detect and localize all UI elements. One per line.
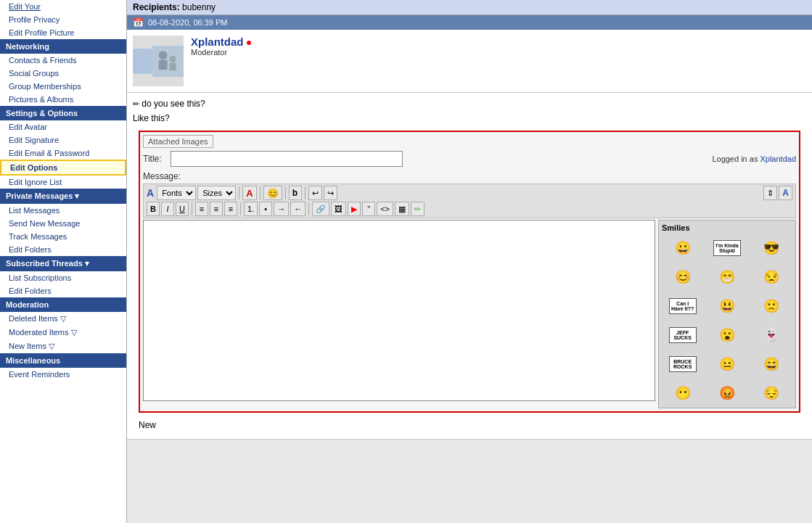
sidebar-header-miscellaneous: Miscellaneous [0,353,126,368]
toolbar-sep-4 [305,186,305,199]
italic-format-button[interactable]: I [161,202,174,216]
smiley-sign-stupid[interactable]: I'm Kinda Stupid [706,235,747,261]
link-button[interactable]: 🔗 [312,202,329,216]
edit-pencil-icon: ✏ [133,99,139,108]
smiley-sad2[interactable]: 😔 [751,380,792,406]
sidebar-item-pictures-albums[interactable]: Pictures & Albums [0,93,126,106]
smiley-surprised[interactable]: 😮 [706,322,747,348]
smiley-angry[interactable]: 😡 [706,380,747,406]
smiley-sad[interactable]: 🙁 [751,293,792,319]
sidebar-item-edit-profile-picture[interactable]: Edit Profile Picture [0,26,126,39]
sidebar-item-edit-signature[interactable]: Edit Signature [0,133,126,147]
message-textarea[interactable] [143,220,655,401]
logged-in-label: Logged in as Xplantdad [712,155,796,163]
logged-in-user-link[interactable]: Xplantdad [760,155,796,163]
toolbar-sep-1 [239,186,239,199]
user-avatar [133,36,184,86]
smilies-panel: Smilies 😀 I'm Kinda Stupid 😎 😊 😁 😒 Can I… [658,220,796,408]
recipients-label: Recipients: [133,2,180,12]
sidebar-item-edit-folders-pm[interactable]: Edit Folders [0,243,126,256]
smiley-speechless[interactable]: 😶 [662,380,703,406]
svg-rect-4 [169,62,176,70]
toolbar-sep-5 [192,202,192,215]
sidebar-header-private-messages: Private Messages ▾ [0,189,126,204]
unordered-list-button[interactable]: • [259,202,272,216]
online-indicator: ● [246,36,252,48]
sidebar-item-contacts-friends[interactable]: Contacts & Friends [0,54,126,67]
smiley-neutral[interactable]: 😐 [706,351,747,377]
attached-images-label: Attached Images [143,135,213,148]
code-button[interactable]: <> [377,202,393,216]
username-link[interactable]: Xplantdad [191,36,244,48]
editor-body-row: Smilies 😀 I'm Kinda Stupid 😎 😊 😁 😒 Can I… [143,220,796,408]
indent-button[interactable]: → [274,202,289,216]
sidebar-item-event-reminders[interactable]: Event Reminders [0,368,126,381]
smiley-laugh[interactable]: 😄 [751,351,792,377]
sidebar-item-edit-options[interactable]: Edit Options [0,160,126,176]
sidebar-item-edit-avatar[interactable]: Edit Avatar [0,120,126,133]
svg-rect-0 [152,45,184,76]
smiley-meh[interactable]: 😒 [751,264,792,290]
sidebar-item-list-subscriptions[interactable]: List Subscriptions [0,271,126,284]
sidebar-item-edit-folders-st[interactable]: Edit Folders [0,284,126,297]
sidebar-item-social-groups[interactable]: Social Groups [0,67,126,80]
toolbar-sep-6 [240,202,241,215]
sidebar-item-send-new-message[interactable]: Send New Message [0,217,126,230]
bold-format-button[interactable]: B [147,202,160,216]
smiley-smile[interactable]: 😊 [662,264,703,290]
underline-format-button[interactable]: U [176,202,189,216]
align-right-button[interactable]: ≡ [224,202,237,216]
resize-button[interactable]: ⇕ [763,186,777,200]
smiley-ghost[interactable]: 👻 [751,322,792,348]
sidebar-item-deleted-items[interactable]: Deleted Items ▽ [0,312,126,326]
outdent-button[interactable]: ← [290,202,305,216]
ordered-list-button[interactable]: 1. [244,202,258,216]
sidebar-item-new-items[interactable]: New Items ▽ [0,339,126,353]
sidebar-item-edit-ignore-list[interactable]: Edit Ignore List [0,176,126,189]
sidebar-item-group-memberships[interactable]: Group Memberships [0,80,126,93]
smiley-cool[interactable]: 😎 [751,235,792,261]
eraser-button[interactable]: ✏ [411,202,425,216]
post-body: ✏ do you see this? Like this? Attached I… [127,93,812,440]
align-left-button[interactable]: ≡ [195,202,208,216]
user-role: Moderator [191,48,252,57]
sidebar-header-settings-options: Settings & Options [0,106,126,120]
quote-button[interactable]: " [362,202,375,216]
date-bar: 📅 08-08-2020, 06:39 PM [127,15,812,30]
sidebar-header-networking: Networking [0,39,126,54]
table-button[interactable]: ▦ [395,202,409,216]
font-select[interactable]: Fonts [157,186,196,200]
wysiwyg-button[interactable]: A [779,186,792,200]
align-center-button[interactable]: ≡ [210,202,223,216]
title-input[interactable] [171,151,403,167]
sidebar: Edit Your Profile Privacy Edit Profile P… [0,0,127,523]
svg-point-1 [158,51,167,59]
image-button[interactable]: 🖼 [331,202,346,216]
bold-button[interactable]: b [289,186,302,200]
video-button[interactable]: ▶ [348,202,361,216]
undo-button[interactable]: ↩ [308,186,322,200]
smiley-sign-can-i-have[interactable]: Can I Have It?? [662,293,703,319]
sidebar-item-edit-your-details[interactable]: Edit Your [0,0,126,13]
sizes-select[interactable]: Sizes [197,186,236,200]
sidebar-item-list-messages[interactable]: List Messages [0,204,126,217]
svg-point-3 [169,55,176,62]
main-content: Recipients: bubenny 📅 08-08-2020, 06:39 … [127,0,812,523]
post-header: Xplantdad ● Moderator [127,30,812,93]
font-color-button[interactable]: A [242,186,256,200]
toolbar-sep-3 [285,186,286,199]
sidebar-item-profile-privacy[interactable]: Profile Privacy [0,13,126,26]
editor-wrapper: Attached Images Title: Logged in as Xpla… [139,131,800,413]
smiley-button[interactable]: 😊 [263,186,282,200]
redo-button[interactable]: ↪ [324,186,337,200]
sidebar-item-track-messages[interactable]: Track Messages [0,230,126,243]
sidebar-item-edit-email-password[interactable]: Edit Email & Password [0,147,126,160]
smiley-sign-bruce-rocks[interactable]: BRUCE ROCKS [662,351,703,377]
smiley-sign-jeff-sucks[interactable]: JEFF SUCKS [662,322,703,348]
smiley-happy2[interactable]: 😃 [706,293,747,319]
post-text: Like this? [133,113,806,123]
sidebar-item-moderated-items[interactable]: Moderated Items ▽ [0,326,126,339]
smiley-grin[interactable]: 😁 [706,264,747,290]
smiley-1[interactable]: 😀 [662,235,703,261]
smilies-grid: 😀 I'm Kinda Stupid 😎 😊 😁 😒 Can I Have It… [662,235,792,408]
